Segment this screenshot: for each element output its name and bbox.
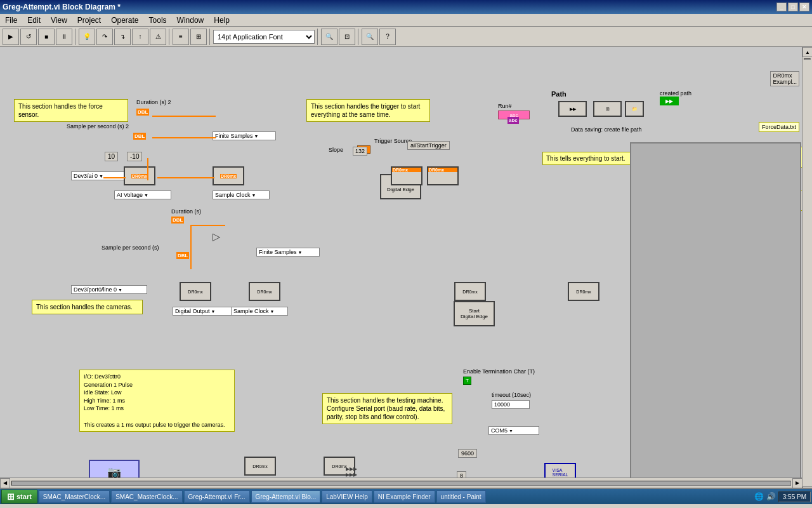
duration-s2-terminal: DBL xyxy=(171,215,184,223)
dev3-port0-dropdown[interactable]: Dev3/port0/line 0 xyxy=(71,285,147,294)
windows-icon: ⊞ xyxy=(7,491,15,502)
timeout-label: timeout (10sec) xyxy=(492,392,531,398)
menu-tools[interactable]: Tools xyxy=(144,15,172,26)
menu-file[interactable]: File xyxy=(0,15,22,26)
dromx-label: DR0mxExampl... xyxy=(770,71,799,86)
align-button[interactable]: ≡ xyxy=(173,29,189,45)
sample-per-sec2-label: Sample per second (s) xyxy=(102,244,159,251)
pause-button[interactable]: ⏸ xyxy=(56,29,72,45)
wire-h-5 xyxy=(190,225,225,226)
finite-samples-dropdown-1[interactable]: Finite Samples xyxy=(213,131,276,140)
taskbar-item-0[interactable]: SMAC_MasterClock... xyxy=(39,490,110,503)
dbl-node-1: DR0mx xyxy=(124,166,155,185)
sep4 xyxy=(317,29,318,45)
network-icon: 🌐 xyxy=(754,492,764,501)
search-button[interactable]: 🔍 xyxy=(362,29,378,45)
digital-output-dropdown[interactable]: Digital Output xyxy=(173,307,233,316)
value-10: 10 xyxy=(105,152,118,161)
abort-button[interactable]: ■ xyxy=(38,29,55,45)
toolbar: ▶ ↺ ■ ⏸ 💡 ↷ ↴ ↑ ⚠ ≡ ⊞ 14pt Application F… xyxy=(0,27,812,47)
ai-voltage-dropdown[interactable]: AI Voltage xyxy=(114,190,171,199)
arrow-1: ▷ xyxy=(213,231,220,243)
wire-v-1 xyxy=(147,158,148,180)
close-button[interactable]: ✕ xyxy=(799,3,809,11)
window-title: Greg-Attempt.vi Block Diagram * xyxy=(3,3,121,11)
minimize-button[interactable]: _ xyxy=(776,3,787,11)
taskbar-item-6[interactable]: untitled - Paint xyxy=(436,490,486,503)
volume-icon: 🔊 xyxy=(766,492,776,501)
timeout-value: 10000 xyxy=(492,400,530,409)
taskbar-item-2[interactable]: Greg-Attempt.vi Fr... xyxy=(184,490,250,503)
scroll-up-button[interactable]: ▲ xyxy=(802,47,812,57)
taskbar: ⊞ start SMAC_MasterClock... SMAC_MasterC… xyxy=(0,488,812,504)
path-label: Path xyxy=(551,90,566,98)
arrow-wires: ▶▶▶▶▶▶ xyxy=(346,466,357,478)
sep2 xyxy=(169,29,170,45)
scroll-track-v[interactable] xyxy=(804,58,811,60)
created-path-terminal: ▶▶ xyxy=(660,97,679,105)
wire-h-1 xyxy=(152,116,216,117)
menu-operate[interactable]: Operate xyxy=(106,15,143,26)
path-node-2: ⊞ xyxy=(593,101,622,117)
maximize-button[interactable]: □ xyxy=(788,3,798,11)
run-cont-button[interactable]: ↺ xyxy=(20,29,37,45)
taskbar-clock: 3:55 PM xyxy=(778,491,811,502)
menu-edit[interactable]: Edit xyxy=(22,15,46,26)
resize-button[interactable]: ⊡ xyxy=(339,29,355,45)
bool-true: T xyxy=(463,377,471,385)
sample-clock-dropdown-2[interactable]: Sample Clock xyxy=(231,307,288,316)
force-data-txt: ForceData.txt xyxy=(759,122,799,132)
start-button[interactable]: ⊞ start xyxy=(1,490,37,504)
scroll-track-h[interactable] xyxy=(11,481,791,486)
scroll-left-button[interactable]: ◀ xyxy=(0,478,10,488)
sep1 xyxy=(75,29,76,45)
right-panel xyxy=(630,142,801,488)
sep5 xyxy=(358,29,359,45)
step-into-button[interactable]: ↴ xyxy=(114,29,131,45)
vertical-scrollbar[interactable]: ▲ ▼ xyxy=(802,47,812,488)
daq-node-camera-2: DR0mx xyxy=(249,282,280,301)
note-force-sensor: This section handles the force sensor. xyxy=(14,99,128,122)
run-button[interactable]: ▶ xyxy=(3,29,19,45)
help-button[interactable]: ? xyxy=(379,29,396,45)
run-hash-label: Run# xyxy=(498,103,512,109)
menu-project[interactable]: Project xyxy=(72,15,106,26)
step-over-button[interactable]: ↷ xyxy=(96,29,113,45)
sample-clock-dropdown-1[interactable]: Sample Clock xyxy=(213,190,270,199)
start-digital-edge-2: StartDigital Edge xyxy=(454,301,495,326)
distribute-button[interactable]: ⊞ xyxy=(190,29,207,45)
highlight-button[interactable]: 💡 xyxy=(79,29,95,45)
taskbar-item-3[interactable]: Greg-Attempt.vi Blo... xyxy=(251,490,321,503)
path-node-1: ▶▶ xyxy=(558,101,587,117)
note-pulse-config: I/O: Dev3/cttr0 Generation 1 Pulse Idle … xyxy=(79,370,235,432)
note-trigger: This section handles the trigger to star… xyxy=(306,99,430,122)
title-controls[interactable]: _ □ ✕ xyxy=(776,3,809,11)
daq-node-right-1: DR0mx xyxy=(454,282,486,301)
menu-view[interactable]: View xyxy=(46,15,72,26)
zoom-button[interactable]: 🔍 xyxy=(321,29,337,45)
menu-window[interactable]: Window xyxy=(172,15,209,26)
scroll-right-button[interactable]: ▶ xyxy=(792,478,802,488)
taskbar-right: 🌐 🔊 3:55 PM xyxy=(754,491,811,502)
taskbar-item-5[interactable]: NI Example Finder xyxy=(374,490,435,503)
block-diagram-canvas: DR0mxExampl... This section handles the … xyxy=(0,47,812,488)
duration-terminal: DBL xyxy=(136,107,149,115)
step-out-button[interactable]: ↑ xyxy=(132,29,148,45)
title-bar: Greg-Attempt.vi Block Diagram * _ □ ✕ xyxy=(0,0,812,14)
dbl-node-2: DR0mx xyxy=(213,166,244,185)
slope-label: Slope xyxy=(329,147,343,153)
main-area: DR0mxExampl... This section handles the … xyxy=(0,47,812,504)
sample-per-sec-label: Sample per second (s) 2 xyxy=(67,123,129,130)
font-select[interactable]: 14pt Application Font xyxy=(213,30,315,44)
daq-node-camera-1: DR0mx xyxy=(180,282,211,301)
taskbar-item-4[interactable]: LabVIEW Help xyxy=(322,490,372,503)
horizontal-scrollbar[interactable]: ◀ ▶ xyxy=(0,478,802,488)
finite-samples-dropdown-2[interactable]: Finite Samples xyxy=(256,248,320,257)
sep3 xyxy=(209,29,211,45)
taskbar-item-1[interactable]: SMAC_MasterClock... xyxy=(111,490,182,503)
warn-button[interactable]: ⚠ xyxy=(150,29,166,45)
wire-h-4 xyxy=(157,177,214,178)
com5-dropdown[interactable]: COM5 xyxy=(488,426,539,435)
wire-h-3 xyxy=(103,177,126,178)
menu-help[interactable]: Help xyxy=(209,15,235,26)
